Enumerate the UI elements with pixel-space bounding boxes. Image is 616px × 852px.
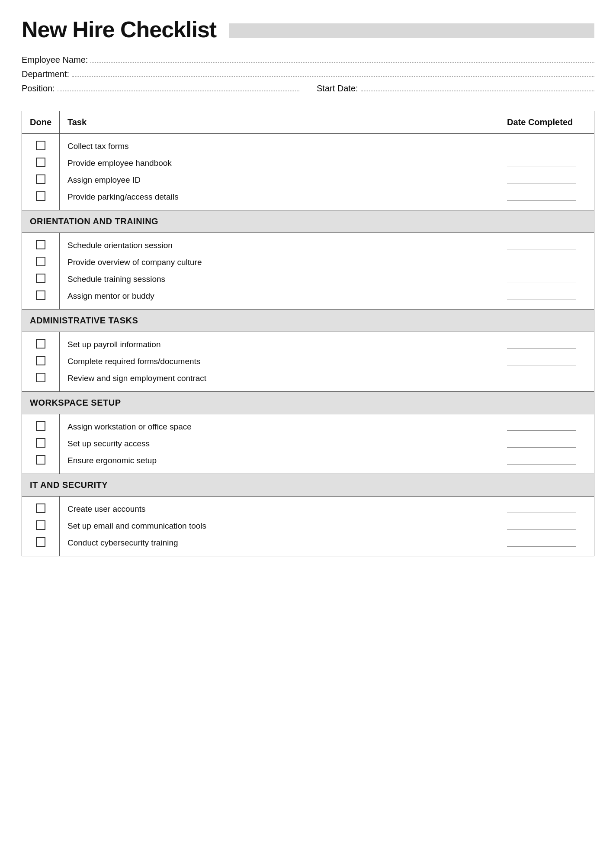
title-bar-decoration — [229, 23, 594, 38]
table-row: Schedule orientation session — [22, 233, 594, 255]
task-cell: Set up payroll information — [60, 332, 499, 354]
date-line[interactable] — [507, 455, 576, 465]
date-line[interactable] — [507, 274, 576, 283]
employee-name-label: Employee Name: — [22, 55, 88, 65]
checkbox[interactable] — [36, 339, 45, 349]
date-line[interactable] — [507, 537, 576, 547]
date-cell — [499, 271, 594, 288]
checkbox[interactable] — [36, 520, 45, 530]
task-text: Complete required forms/documents — [67, 357, 200, 366]
task-text: Assign workstation or office space — [67, 422, 192, 431]
start-date-field[interactable]: Start Date: — [317, 84, 594, 94]
date-line[interactable] — [507, 191, 576, 201]
done-cell — [22, 233, 60, 255]
checkbox[interactable] — [36, 141, 45, 150]
date-cell — [499, 172, 594, 189]
task-cell: Schedule training sessions — [60, 271, 499, 288]
checkbox[interactable] — [36, 240, 45, 249]
date-line[interactable] — [507, 290, 576, 300]
task-text: Provide overview of company culture — [67, 258, 202, 267]
date-line[interactable] — [507, 257, 576, 266]
date-line[interactable] — [507, 158, 576, 167]
checkbox[interactable] — [36, 455, 45, 465]
date-line[interactable] — [507, 503, 576, 513]
checkbox[interactable] — [36, 421, 45, 431]
task-cell: Assign workstation or office space — [60, 414, 499, 436]
date-line[interactable] — [507, 438, 576, 448]
table-row: Set up payroll information — [22, 332, 594, 354]
employee-name-input[interactable] — [90, 62, 594, 63]
date-cell — [499, 233, 594, 255]
department-field[interactable]: Department: — [22, 69, 594, 79]
table-row: Set up email and communication tools — [22, 518, 594, 535]
checkbox[interactable] — [36, 356, 45, 365]
done-cell — [22, 254, 60, 271]
date-cell — [499, 452, 594, 474]
task-text: Review and sign employment contract — [67, 374, 206, 383]
done-cell — [22, 518, 60, 535]
table-row: Assign mentor or buddy — [22, 288, 594, 310]
date-cell — [499, 518, 594, 535]
checkbox[interactable] — [36, 257, 45, 266]
checkbox[interactable] — [36, 290, 45, 300]
checkbox[interactable] — [36, 274, 45, 283]
task-cell: Provide parking/access details — [60, 189, 499, 210]
table-header-row: Done Task Date Completed — [22, 111, 594, 134]
checkbox[interactable] — [36, 503, 45, 513]
date-line[interactable] — [507, 240, 576, 249]
task-text: Schedule training sessions — [67, 274, 165, 284]
employee-name-field[interactable]: Employee Name: — [22, 55, 594, 65]
date-cell — [499, 535, 594, 556]
date-line[interactable] — [507, 339, 576, 349]
checkbox[interactable] — [36, 537, 45, 547]
done-cell — [22, 452, 60, 474]
done-cell — [22, 436, 60, 452]
date-line[interactable] — [507, 141, 576, 150]
department-input[interactable] — [72, 76, 594, 77]
date-line[interactable] — [507, 373, 576, 382]
date-line[interactable] — [507, 421, 576, 431]
date-line[interactable] — [507, 520, 576, 530]
task-text: Provide parking/access details — [67, 192, 179, 201]
date-cell — [499, 497, 594, 518]
checkbox[interactable] — [36, 191, 45, 201]
section-header-workspace: WORKSPACE SETUP — [22, 392, 594, 414]
start-date-input[interactable] — [361, 90, 594, 91]
task-cell: Provide employee handbook — [60, 155, 499, 172]
table-row: Schedule training sessions — [22, 271, 594, 288]
task-cell: Review and sign employment contract — [60, 370, 499, 392]
date-cell — [499, 155, 594, 172]
checkbox[interactable] — [36, 373, 45, 382]
date-line[interactable] — [507, 174, 576, 184]
task-cell: Set up email and communication tools — [60, 518, 499, 535]
checkbox[interactable] — [36, 174, 45, 184]
done-cell — [22, 535, 60, 556]
done-cell — [22, 332, 60, 354]
task-cell: Schedule orientation session — [60, 233, 499, 255]
date-cell — [499, 414, 594, 436]
section-header-it: IT AND SECURITY — [22, 474, 594, 497]
table-row: Complete required forms/documents — [22, 353, 594, 370]
section-header-admin: ADMINISTRATIVE TASKS — [22, 310, 594, 332]
checkbox[interactable] — [36, 158, 45, 167]
checkbox[interactable] — [36, 438, 45, 448]
position-label: Position: — [22, 84, 55, 94]
table-row: Assign workstation or office space — [22, 414, 594, 436]
department-label: Department: — [22, 69, 69, 79]
task-text: Assign mentor or buddy — [67, 291, 154, 300]
position-field[interactable]: Position: — [22, 84, 299, 94]
section-header-label-it: IT AND SECURITY — [22, 474, 594, 497]
date-cell — [499, 353, 594, 370]
done-cell — [22, 370, 60, 392]
done-cell — [22, 497, 60, 518]
table-row: Conduct cybersecurity training — [22, 535, 594, 556]
done-cell — [22, 172, 60, 189]
date-line[interactable] — [507, 356, 576, 365]
done-cell — [22, 155, 60, 172]
position-input[interactable] — [58, 90, 299, 91]
section-header-label-orientation: ORIENTATION AND TRAINING — [22, 210, 594, 233]
task-cell: Conduct cybersecurity training — [60, 535, 499, 556]
section-header-label-workspace: WORKSPACE SETUP — [22, 392, 594, 414]
task-cell: Assign mentor or buddy — [60, 288, 499, 310]
page-title: New Hire Checklist — [22, 17, 216, 42]
